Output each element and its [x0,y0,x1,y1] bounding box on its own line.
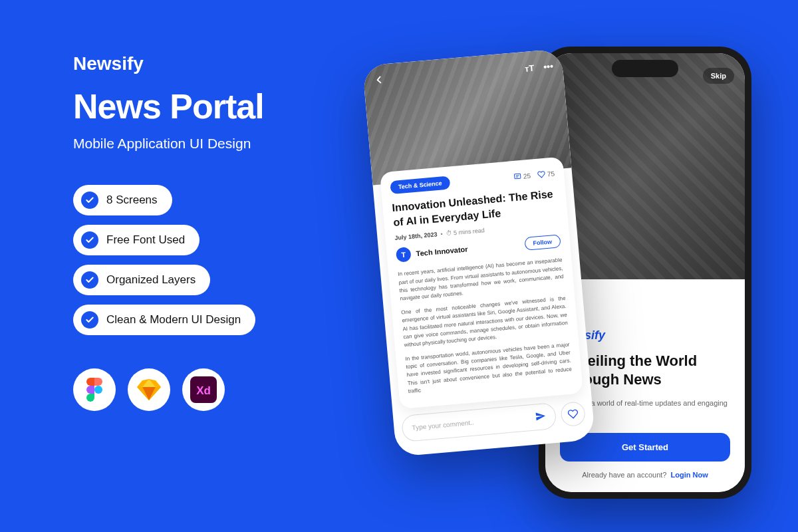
follow-button[interactable]: Follow [524,234,561,251]
figma-icon [73,368,116,411]
comment-input[interactable]: Type your comment.. [401,402,557,442]
check-icon [81,271,98,289]
category-tag[interactable]: Tech & Science [390,176,450,194]
page-title: News Portal [73,86,352,126]
more-icon[interactable]: ••• [543,61,554,72]
tool-icons: Xd [73,368,352,411]
svg-rect-3 [514,174,521,179]
xd-icon: Xd [182,368,225,411]
feature-pill: Organized Layers [73,265,210,295]
login-prompt: Already have an account? Login Now [560,471,730,479]
get-started-button[interactable]: Get Started [560,433,730,462]
login-link[interactable]: Login Now [671,471,708,479]
brand-logo: Newsify [73,53,352,74]
author-avatar[interactable]: T [396,247,412,263]
check-icon [81,231,98,249]
svg-text:Xd: Xd [196,384,211,397]
back-icon[interactable] [372,73,386,88]
check-icon [81,311,98,329]
send-icon[interactable] [535,410,547,423]
author-name[interactable]: Tech Innovator [416,245,468,258]
article-paragraph: One of the most noticeable changes we've… [401,295,569,350]
article-paragraph: In the transportation world, autonomous … [405,340,573,396]
svg-point-0 [94,386,102,394]
page-subtitle: Mobile Application UI Design [73,136,352,152]
feature-pill: Free Font Used [73,225,200,255]
skip-button[interactable]: Skip [703,68,734,84]
phone-notch [612,60,678,77]
feature-pill: 8 Screens [73,185,172,215]
favorite-button[interactable] [560,401,586,427]
text-size-icon[interactable]: тT [524,63,535,73]
comments-icon[interactable]: 25 [513,172,531,181]
sketch-icon [128,368,170,411]
phone-article: тT ••• Tech & Science 25 75 Innovation U… [362,49,595,457]
likes-icon[interactable]: 75 [537,170,555,179]
feature-list: 8 Screens Free Font Used Organized Layer… [73,185,352,335]
check-icon [81,192,98,209]
feature-pill: Clean & Modern UI Design [73,305,255,335]
